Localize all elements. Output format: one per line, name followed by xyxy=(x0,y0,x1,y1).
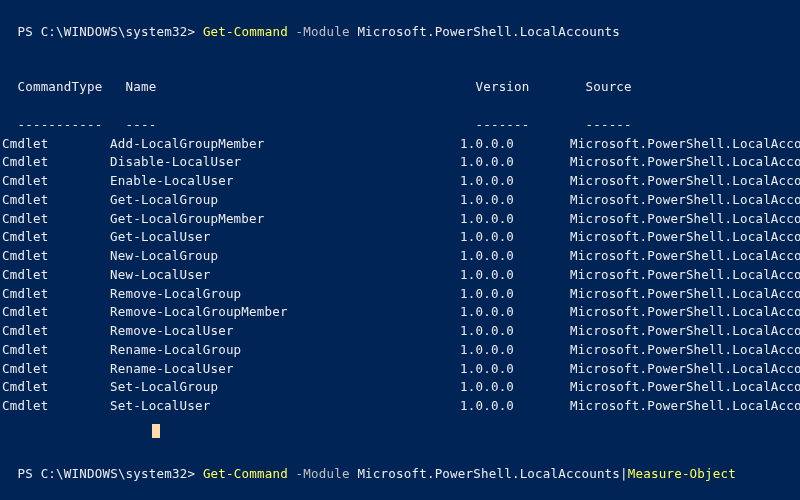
cell-source: Microsoft.PowerShell.LocalAccounts xyxy=(570,191,800,210)
table-row: CmdletEnable-LocalUser1.0.0.0Microsoft.P… xyxy=(2,172,798,191)
cell-source: Microsoft.PowerShell.LocalAccounts xyxy=(570,266,800,285)
cell-source: Microsoft.PowerShell.LocalAccounts xyxy=(570,303,800,322)
prompt-line-2[interactable]: PS C:\WINDOWS\system32> Get-Command -Mod… xyxy=(2,447,798,485)
cell-commandtype: Cmdlet xyxy=(2,341,110,360)
cell-version: 1.0.0.0 xyxy=(460,397,570,416)
cell-name: New-LocalUser xyxy=(110,266,460,285)
cell-version: 1.0.0.0 xyxy=(460,266,570,285)
cell-commandtype: Cmdlet xyxy=(2,322,110,341)
cell-source: Microsoft.PowerShell.LocalAccounts xyxy=(570,397,800,416)
cell-commandtype: Cmdlet xyxy=(2,247,110,266)
prompt-path: PS C:\WINDOWS\system32> xyxy=(17,466,202,481)
cell-name: Rename-LocalGroup xyxy=(110,341,460,360)
cell-commandtype: Cmdlet xyxy=(2,210,110,229)
cell-commandtype: Cmdlet xyxy=(2,378,110,397)
dash-source: ------ xyxy=(585,116,631,135)
cell-name: Get-LocalGroupMember xyxy=(110,210,460,229)
cell-version: 1.0.0.0 xyxy=(460,303,570,322)
param-flag: -Module xyxy=(288,24,358,39)
cell-name: Rename-LocalUser xyxy=(110,360,460,379)
cmdlet-name: Get-Command xyxy=(203,24,288,39)
cell-version: 1.0.0.0 xyxy=(460,135,570,154)
cell-source: Microsoft.PowerShell.LocalAccounts xyxy=(570,285,800,304)
cell-commandtype: Cmdlet xyxy=(2,303,110,322)
cell-source: Microsoft.PowerShell.LocalAccounts xyxy=(570,172,800,191)
cell-source: Microsoft.PowerShell.LocalAccounts xyxy=(570,360,800,379)
cell-source: Microsoft.PowerShell.LocalAccounts xyxy=(570,210,800,229)
cursor-icon xyxy=(152,424,160,438)
dash-version: ------- xyxy=(475,116,585,135)
table-row: CmdletGet-LocalGroupMember1.0.0.0Microso… xyxy=(2,210,798,229)
cell-name: Remove-LocalGroup xyxy=(110,285,460,304)
cell-commandtype: Cmdlet xyxy=(2,397,110,416)
cell-commandtype: Cmdlet xyxy=(2,153,110,172)
header-name: Name xyxy=(125,78,475,97)
cell-source: Microsoft.PowerShell.LocalAccounts xyxy=(570,228,800,247)
cell-version: 1.0.0.0 xyxy=(460,285,570,304)
prompt-line-1[interactable]: PS C:\WINDOWS\system32> Get-Command -Mod… xyxy=(2,4,798,42)
cell-name: Get-LocalUser xyxy=(110,228,460,247)
table-row: CmdletNew-LocalUser1.0.0.0Microsoft.Powe… xyxy=(2,266,798,285)
header-source: Source xyxy=(585,78,631,97)
cell-name: Remove-LocalUser xyxy=(110,322,460,341)
cell-version: 1.0.0.0 xyxy=(460,341,570,360)
cell-commandtype: Cmdlet xyxy=(2,360,110,379)
param-flag: -Module xyxy=(288,466,358,481)
cell-version: 1.0.0.0 xyxy=(460,172,570,191)
cell-source: Microsoft.PowerShell.LocalAccounts xyxy=(570,341,800,360)
cursor-line xyxy=(2,422,798,441)
cell-name: Remove-LocalGroupMember xyxy=(110,303,460,322)
cell-commandtype: Cmdlet xyxy=(2,285,110,304)
pipe-separator: | xyxy=(620,466,628,481)
cell-version: 1.0.0.0 xyxy=(460,191,570,210)
cell-name: Set-LocalUser xyxy=(110,397,460,416)
table-header-row: CommandTypeNameVersionSource xyxy=(2,60,798,98)
cell-version: 1.0.0.0 xyxy=(460,322,570,341)
cell-name: Add-LocalGroupMember xyxy=(110,135,460,154)
cell-name: Set-LocalGroup xyxy=(110,378,460,397)
cell-version: 1.0.0.0 xyxy=(460,228,570,247)
cell-source: Microsoft.PowerShell.LocalAccounts xyxy=(570,378,800,397)
cell-name: Disable-LocalUser xyxy=(110,153,460,172)
table-row: CmdletRemove-LocalGroup1.0.0.0Microsoft.… xyxy=(2,285,798,304)
cell-commandtype: Cmdlet xyxy=(2,191,110,210)
cell-version: 1.0.0.0 xyxy=(460,360,570,379)
cell-source: Microsoft.PowerShell.LocalAccounts xyxy=(570,247,800,266)
cell-source: Microsoft.PowerShell.LocalAccounts xyxy=(570,322,800,341)
cell-source: Microsoft.PowerShell.LocalAccounts xyxy=(570,153,800,172)
table-row: CmdletSet-LocalUser1.0.0.0Microsoft.Powe… xyxy=(2,397,798,416)
table-row: CmdletRename-LocalUser1.0.0.0Microsoft.P… xyxy=(2,360,798,379)
cell-name: Enable-LocalUser xyxy=(110,172,460,191)
dash-commandtype: ----------- xyxy=(17,116,125,135)
table-row: CmdletGet-LocalUser1.0.0.0Microsoft.Powe… xyxy=(2,228,798,247)
dash-name: ---- xyxy=(125,116,475,135)
cell-name: New-LocalGroup xyxy=(110,247,460,266)
cell-name: Get-LocalGroup xyxy=(110,191,460,210)
cmdlet-name: Get-Command xyxy=(203,466,288,481)
table-row: CmdletDisable-LocalUser1.0.0.0Microsoft.… xyxy=(2,153,798,172)
param-value: Microsoft.PowerShell.LocalAccounts xyxy=(357,466,620,481)
cell-version: 1.0.0.0 xyxy=(460,153,570,172)
cell-source: Microsoft.PowerShell.LocalAccounts xyxy=(570,135,800,154)
table-row: CmdletRename-LocalGroup1.0.0.0Microsoft.… xyxy=(2,341,798,360)
cell-commandtype: Cmdlet xyxy=(2,266,110,285)
table-row: CmdletSet-LocalGroup1.0.0.0Microsoft.Pow… xyxy=(2,378,798,397)
cell-commandtype: Cmdlet xyxy=(2,228,110,247)
cell-commandtype: Cmdlet xyxy=(2,135,110,154)
table-row: CmdletAdd-LocalGroupMember1.0.0.0Microso… xyxy=(2,135,798,154)
table-row: CmdletRemove-LocalUser1.0.0.0Microsoft.P… xyxy=(2,322,798,341)
cell-version: 1.0.0.0 xyxy=(460,210,570,229)
table-row: CmdletNew-LocalGroup1.0.0.0Microsoft.Pow… xyxy=(2,247,798,266)
prompt-path: PS C:\WINDOWS\system32> xyxy=(17,24,202,39)
cell-commandtype: Cmdlet xyxy=(2,172,110,191)
table-row: CmdletGet-LocalGroup1.0.0.0Microsoft.Pow… xyxy=(2,191,798,210)
table-row: CmdletRemove-LocalGroupMember1.0.0.0Micr… xyxy=(2,303,798,322)
param-value: Microsoft.PowerShell.LocalAccounts xyxy=(357,24,620,39)
table-body: CmdletAdd-LocalGroupMember1.0.0.0Microso… xyxy=(2,135,798,416)
cmdlet-name-2: Measure-Object xyxy=(628,466,736,481)
header-commandtype: CommandType xyxy=(17,78,125,97)
cell-version: 1.0.0.0 xyxy=(460,378,570,397)
header-version: Version xyxy=(475,78,585,97)
table-dash-row: ---------------------------- xyxy=(2,97,798,135)
cell-version: 1.0.0.0 xyxy=(460,247,570,266)
